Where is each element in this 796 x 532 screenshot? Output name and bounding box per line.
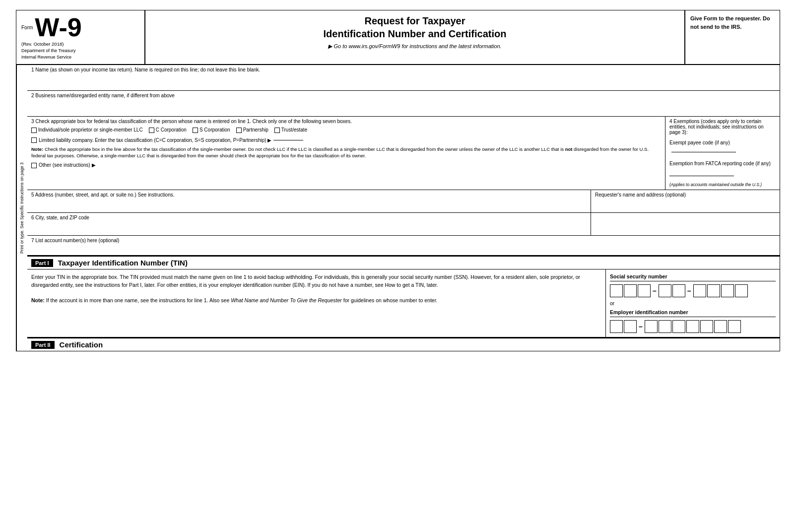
ein-dash: – [638,323,644,331]
line1-field: 1 Name (as shown on your income tax retu… [27,65,780,91]
ein-cell-8[interactable] [714,320,727,333]
form-title: Request for Taxpayer Identification Numb… [155,14,674,40]
part2-title: Certification [60,340,103,349]
llc-input[interactable] [273,140,303,140]
ein-cell-6[interactable] [686,320,699,333]
ssn-cell-7[interactable] [707,284,720,297]
line6-input[interactable] [31,221,587,230]
part2-header-row: Part II Certification [27,337,780,351]
checkbox-individual: Individual/sole proprietor or single-mem… [31,127,143,133]
checkboxes-row: Individual/sole proprietor or single-mem… [31,127,661,133]
part1-title: Taxpayer Identification Number (TIN) [58,259,188,267]
part2-label: Part II [31,341,55,349]
ein-cell-7[interactable] [700,320,713,333]
part1-body-text: Enter your TIN in the appropriate box. T… [31,273,601,289]
line1-label: 1 Name (as shown on your income tax retu… [31,67,776,72]
line7-label: 7 List account number(s) here (optional) [31,238,776,243]
or-text: or [610,300,776,306]
c-corp-checkbox[interactable] [149,128,154,133]
ssn-label: Social security number [610,273,776,281]
part1-label: Part I [31,259,53,267]
note-text: Note: Check the appropriate box in the l… [31,146,661,159]
part1-body: Enter your TIN in the appropriate box. T… [27,269,780,337]
ssn-dash-2: – [686,287,692,295]
header-left: Form W-9 (Rev. October 2018) Department … [16,10,145,64]
requester-field: Requester's name and address (optional) [591,190,780,212]
line5-label: 5 Address (number, street, and apt. or s… [31,192,587,198]
w9-number: W-9 [35,14,81,40]
partnership-checkbox[interactable] [236,128,242,133]
ssn-cell-1[interactable] [610,284,623,297]
part1-header-row: Part I Taxpayer Identification Number (T… [27,256,780,269]
fatca-input[interactable] [669,169,734,176]
checkbox-partnership: Partnership [236,127,268,133]
ssn-dash-1: – [652,287,658,295]
line2-input[interactable] [31,99,776,108]
ein-cell-4[interactable] [659,320,671,333]
form-label: Form [21,25,33,30]
address-row-5: 5 Address (number, street, and apt. or s… [27,190,780,213]
checkbox-c-corp: C Corporation [149,127,187,133]
ssn-cell-3[interactable] [638,284,651,297]
ein-cell-1[interactable] [610,320,623,333]
ein-cell-9[interactable] [728,320,741,333]
ssn-cell-6[interactable] [693,284,706,297]
sidebar: Print or type. See Specific Instructions… [16,65,27,351]
ein-label: Employer identification number [610,309,776,317]
line5-field: 5 Address (number, street, and apt. or s… [27,190,591,212]
line7-input[interactable] [31,244,776,253]
part1-note: Note: If the account is in more than one… [31,297,601,305]
ssn-cell-9[interactable] [735,284,748,297]
part1-right: Social security number – – [606,269,780,337]
ein-cell-3[interactable] [645,320,658,333]
address-row-6: 6 City, state, and ZIP code [27,213,780,236]
fatca-label: Exemption from FATCA reporting code (if … [669,160,776,178]
form-header: Form W-9 (Rev. October 2018) Department … [16,10,780,65]
header-center: Request for Taxpayer Identification Numb… [145,10,685,64]
header-right: Give Form to the requester. Do not send … [685,10,780,64]
w9-form: Form W-9 (Rev. October 2018) Department … [16,10,780,351]
individual-checkbox[interactable] [31,128,37,133]
s-corp-checkbox[interactable] [193,128,198,133]
goto-text: ▶ Go to www.irs.gov/FormW9 for instructi… [155,43,674,50]
line2-label: 2 Business name/disregarded entity name,… [31,93,776,98]
line1-input[interactable] [31,73,776,82]
main-content: 1 Name (as shown on your income tax retu… [27,65,780,351]
rev-date: (Rev. October 2018) [21,41,139,47]
line7-field: 7 List account number(s) here (optional) [27,236,780,256]
checkbox-trust: Trust/estate [274,127,307,133]
requester-input[interactable] [595,199,776,207]
section-3: 3 Check appropriate box for federal tax … [27,117,665,190]
line6-field: 6 City, state, and ZIP code [27,213,591,235]
ssn-cell-4[interactable] [659,284,671,297]
llc-row: Limited liability company. Enter the tax… [31,137,661,143]
requester-continued [591,213,780,235]
section4-title: 4 Exemptions (codes apply only to certai… [669,119,776,135]
ein-cell-5[interactable] [672,320,685,333]
line2-field: 2 Business name/disregarded entity name,… [27,91,780,117]
line6-label: 6 City, state, and ZIP code [31,215,587,220]
ssn-cell-8[interactable] [721,284,734,297]
trust-checkbox[interactable] [274,128,280,133]
ein-cell-2[interactable] [624,320,637,333]
ssn-cell-2[interactable] [624,284,637,297]
requester-label: Requester's name and address (optional) [595,192,776,198]
line5-input[interactable] [31,199,587,207]
dept-text: Department of the Treasury Internal Reve… [21,48,139,60]
section-4: 4 Exemptions (codes apply only to certai… [665,117,780,190]
part1-left: Enter your TIN in the appropriate box. T… [27,269,606,337]
other-checkbox[interactable] [31,163,37,168]
applies-text: (Applies to accounts maintained outside … [669,182,776,188]
form-body: Print or type. See Specific Instructions… [16,65,780,351]
ssn-cell-5[interactable] [672,284,685,297]
exempt-label: Exempt payee code (if any) [669,140,776,153]
other-row: Other (see instructions) ▶ [31,162,661,168]
line3-label: 3 Check appropriate box for federal tax … [31,119,661,124]
exempt-input[interactable] [671,145,736,152]
section-3-4: 3 Check appropriate box for federal tax … [27,117,780,190]
llc-checkbox[interactable] [31,137,37,143]
checkbox-s-corp: S Corporation [193,127,230,133]
ssn-grid: – – [610,284,776,297]
form-number-block: Form W-9 [21,14,139,40]
ein-grid: – [610,320,776,333]
